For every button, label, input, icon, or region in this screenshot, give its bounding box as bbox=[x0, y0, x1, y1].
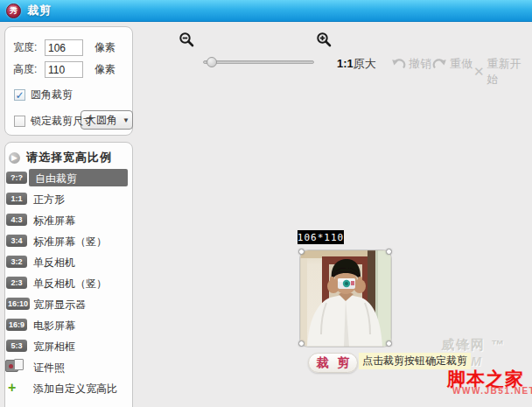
crop-confirm-button[interactable]: 裁 剪 bbox=[308, 353, 358, 373]
crop-dialog-window: 秀 裁剪 宽度: 像素 高度: 像素 ✓ 圆角裁剪 大圆角 ▼ 锁定裁剪尺寸 ▶ bbox=[0, 0, 532, 407]
ratio-header-label: 请选择宽高比例 bbox=[26, 150, 112, 165]
height-row: 高度: 像素 bbox=[13, 61, 116, 78]
crop-region-photo[interactable] bbox=[300, 250, 391, 347]
ratio-badge: 1:1 bbox=[6, 193, 27, 205]
ratio-badge: 2:3 bbox=[6, 277, 27, 289]
selfie-photo-image bbox=[300, 250, 391, 347]
lock-size-checkbox[interactable] bbox=[14, 116, 25, 127]
chevron-down-icon: ▼ bbox=[122, 116, 130, 124]
undo-label: 撤销 bbox=[409, 56, 431, 72]
lock-size-row: 锁定裁剪尺寸 bbox=[14, 114, 94, 129]
ratio-badge: 3:4 bbox=[6, 235, 27, 247]
actual-size-button[interactable]: 1:1原大 bbox=[337, 56, 376, 72]
ratio-badge: ?:? bbox=[6, 172, 27, 184]
ratio-item-label: 宽屏相框 bbox=[33, 340, 75, 354]
ratio-section-header: ▶ 请选择宽高比例 bbox=[9, 150, 112, 165]
ratio-item-label: 电影屏幕 bbox=[33, 319, 75, 333]
zoom-out-icon[interactable] bbox=[178, 32, 194, 47]
ratio-badge: 16:9 bbox=[6, 319, 27, 331]
zoom-in-icon[interactable] bbox=[316, 32, 332, 47]
ratio-item-label: 添加自定义宽高比 bbox=[33, 382, 117, 396]
redo-icon bbox=[432, 58, 447, 70]
restart-label: 重新开始 bbox=[487, 56, 532, 88]
ratio-badge: 5:3 bbox=[6, 340, 27, 352]
rounded-crop-checkbox[interactable]: ✓ bbox=[14, 89, 25, 101]
height-input[interactable] bbox=[45, 61, 83, 78]
redo-label: 重做 bbox=[450, 56, 472, 72]
height-unit-label: 像素 bbox=[94, 62, 116, 77]
ratio-item-单反相机（竖）[interactable]: 2:3单反相机（竖） bbox=[0, 274, 129, 295]
rounded-crop-label: 圆角裁剪 bbox=[31, 88, 73, 102]
title-bar: 秀 裁剪 bbox=[0, 0, 532, 22]
crop-handle-top-left[interactable] bbox=[298, 249, 304, 255]
ratio-item-label: 自由裁剪 bbox=[35, 172, 77, 186]
ratio-item-label: 单反相机 bbox=[33, 256, 75, 270]
ratio-item-正方形[interactable]: 1:1正方形 bbox=[0, 190, 129, 211]
window-title: 裁剪 bbox=[27, 3, 52, 18]
ratio-item-证件照[interactable]: 证件照 bbox=[0, 358, 129, 379]
ratio-badge: 3:2 bbox=[6, 256, 27, 268]
rounded-crop-row: ✓ 圆角裁剪 bbox=[14, 88, 73, 102]
canvas-toolbar: 1:1原大 撤销 重做 ✕ 重新开始 bbox=[0, 22, 532, 52]
restart-icon: ✕ bbox=[473, 64, 485, 80]
crop-handle-bottom-left[interactable] bbox=[298, 340, 304, 347]
section-bullet-icon: ▶ bbox=[9, 152, 20, 164]
watermark-weifeng-cn: 威锋网 ™ bbox=[441, 337, 506, 354]
ratio-item-宽屏显示器[interactable]: 16:10宽屏显示器 bbox=[0, 295, 129, 316]
actual-size-ratio: 1:1 bbox=[337, 57, 354, 70]
ratio-item-label: 标准屏幕 bbox=[33, 214, 75, 228]
crop-handle-top-right[interactable] bbox=[386, 249, 392, 255]
ratio-item-宽屏相框[interactable]: 5:3宽屏相框 bbox=[0, 337, 129, 358]
id-photo-front bbox=[14, 359, 24, 370]
crop-dimensions-badge: 106*110 bbox=[298, 230, 344, 244]
id-photo-head-dot bbox=[9, 364, 13, 368]
ratio-item-标准屏幕[interactable]: 4:3标准屏幕 bbox=[0, 211, 129, 232]
ratio-item-标准屏幕（竖）[interactable]: 3:4标准屏幕（竖） bbox=[0, 232, 129, 253]
ratio-badge: 16:10 bbox=[6, 298, 30, 310]
ratio-item-label: 单反相机（竖） bbox=[33, 277, 107, 291]
undo-icon bbox=[391, 58, 406, 70]
redo-button[interactable]: 重做 bbox=[432, 56, 472, 72]
zoom-slider[interactable] bbox=[203, 60, 314, 64]
height-label: 高度: bbox=[13, 62, 45, 77]
ratio-item-单反相机[interactable]: 3:2单反相机 bbox=[0, 253, 129, 274]
actual-size-text: 原大 bbox=[354, 57, 376, 70]
ratio-item-添加自定义宽高比[interactable]: +添加自定义宽高比 bbox=[0, 379, 129, 400]
ratio-item-电影屏幕[interactable]: 16:9电影屏幕 bbox=[0, 316, 129, 337]
app-logo-icon: 秀 bbox=[6, 4, 21, 18]
watermark-jb51-url: WWW.JB51.NET bbox=[452, 386, 532, 396]
undo-button[interactable]: 撤销 bbox=[391, 56, 431, 72]
ratio-item-label: 标准屏幕（竖） bbox=[33, 235, 107, 249]
ratio-item-label: 证件照 bbox=[33, 361, 65, 375]
ratio-item-label: 正方形 bbox=[33, 193, 65, 207]
id-photo-icon bbox=[5, 359, 24, 374]
add-plus-icon: + bbox=[8, 380, 16, 396]
zoom-slider-handle[interactable] bbox=[206, 57, 217, 67]
ratio-item-自由裁剪[interactable]: ?:?自由裁剪 bbox=[0, 169, 129, 190]
crop-handle-bottom-right[interactable] bbox=[386, 340, 392, 347]
ratio-item-label: 宽屏显示器 bbox=[33, 298, 86, 312]
restart-button[interactable]: ✕ 重新开始 bbox=[473, 56, 532, 88]
lock-size-label: 锁定裁剪尺寸 bbox=[31, 114, 94, 129]
ratio-badge: 4:3 bbox=[6, 214, 27, 226]
